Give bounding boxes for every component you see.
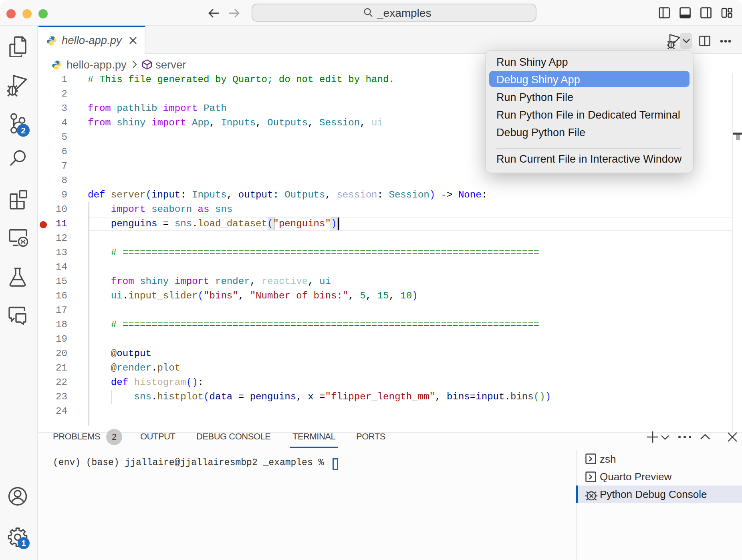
svg-text:2: 2	[21, 126, 26, 135]
